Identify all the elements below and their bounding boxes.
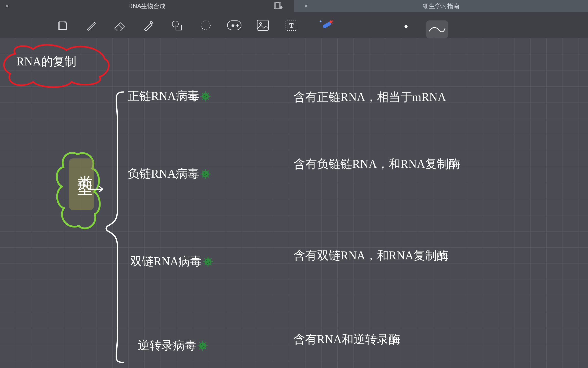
svg-rect-0 [274, 3, 279, 9]
document-info-icon[interactable] [274, 2, 283, 10]
svg-line-45 [204, 264, 206, 265]
bracket-icon [105, 90, 125, 364]
text-tool-icon[interactable]: T [277, 12, 306, 38]
svg-point-2 [280, 6, 283, 9]
svg-line-33 [202, 176, 203, 178]
virus-type-2: 负链RNA病毒 [128, 166, 211, 181]
document-tool-icon[interactable] [48, 12, 77, 38]
svg-point-24 [206, 96, 207, 98]
svg-point-25 [204, 97, 205, 98]
color-picker-dot[interactable] [405, 25, 408, 28]
close-icon[interactable]: × [6, 3, 9, 9]
pen-tool-icon[interactable] [77, 12, 106, 38]
svg-line-21 [202, 99, 203, 100]
svg-line-20 [208, 99, 209, 100]
virus-desc-4: 含有RNA和逆转录酶 [293, 332, 400, 347]
svg-line-46 [210, 258, 212, 259]
svg-line-57 [199, 348, 200, 349]
svg-point-36 [206, 174, 207, 175]
svg-point-61 [202, 347, 203, 348]
close-icon[interactable]: × [304, 3, 308, 9]
virus-desc-3: 含有双链RNA，和RNA复制酶 [293, 248, 449, 263]
svg-line-22 [208, 93, 209, 94]
virus-icon [197, 340, 208, 351]
sticker-tool-icon[interactable] [220, 12, 249, 38]
tab-inactive[interactable]: × 细生学习指南 [294, 0, 588, 12]
svg-point-47 [206, 260, 207, 261]
image-tool-icon[interactable] [249, 12, 277, 38]
svg-line-19 [202, 93, 203, 94]
svg-point-37 [204, 175, 205, 176]
svg-line-58 [205, 342, 206, 343]
tab-title: 细生学习指南 [423, 2, 459, 10]
eraser-tool-icon[interactable] [106, 12, 134, 38]
svg-line-55 [199, 342, 200, 343]
virus-icon [202, 256, 214, 267]
virus-desc-2: 含有负链链RNA，和RNA复制酶 [293, 156, 462, 172]
svg-line-43 [204, 258, 206, 259]
virus-type-3: 双链RNA病毒 [130, 254, 214, 269]
svg-point-8 [260, 22, 262, 25]
tab-active[interactable]: × RNA生物合成 [0, 0, 294, 12]
svg-rect-4 [176, 25, 181, 30]
svg-text:✦: ✦ [319, 20, 322, 24]
svg-point-5 [201, 21, 210, 30]
virus-desc-1: 含有正链RNA，相当于mRNA [293, 89, 446, 105]
svg-point-59 [201, 344, 202, 346]
svg-rect-7 [257, 20, 268, 30]
svg-point-49 [207, 263, 208, 264]
svg-line-34 [208, 170, 209, 172]
svg-line-56 [205, 348, 206, 349]
laser-pointer-icon[interactable]: ✦ [312, 12, 340, 38]
svg-line-44 [210, 264, 212, 265]
shapes-tool-icon[interactable] [163, 12, 191, 38]
tab-bar: × RNA生物合成 × 细生学习指南 [0, 0, 588, 12]
virus-type-4: 逆转录病毒 [138, 338, 208, 353]
svg-point-23 [204, 95, 205, 96]
lasso-tool-icon[interactable] [191, 12, 220, 38]
svg-point-35 [204, 172, 205, 174]
svg-line-32 [208, 176, 209, 178]
stroke-preview[interactable] [426, 20, 448, 38]
types-label: 类型 [75, 163, 95, 173]
canvas[interactable]: RNA的复制 类型 正链RNA病毒 含有正链RNA，相当于mRNA 负链RNA病… [0, 38, 588, 368]
virus-type-1: 正链RNA病毒 [128, 88, 211, 104]
svg-point-3 [172, 21, 178, 27]
toolbar: T ✦ [0, 12, 588, 38]
arrow-icon [90, 184, 106, 194]
virus-icon [200, 90, 211, 102]
note-title: RNA的复制 [16, 54, 76, 70]
svg-line-31 [202, 170, 203, 172]
highlighter-tool-icon[interactable] [134, 12, 163, 38]
svg-point-13 [329, 20, 332, 23]
tab-title: RNA生物合成 [128, 2, 166, 10]
virus-icon [200, 168, 211, 179]
svg-point-60 [203, 346, 205, 347]
svg-point-48 [209, 262, 210, 263]
svg-rect-1 [276, 3, 281, 9]
svg-text:T: T [290, 22, 293, 29]
